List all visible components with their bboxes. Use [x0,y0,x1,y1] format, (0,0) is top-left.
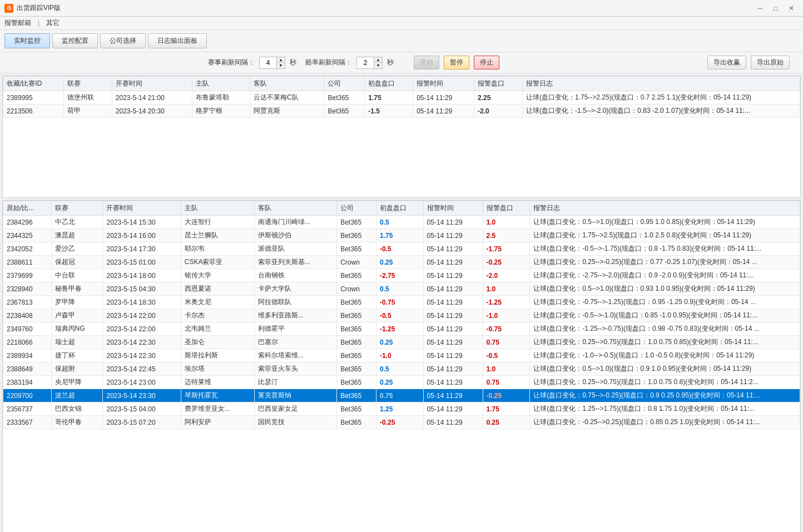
cell-company2: Bet365 [337,416,376,429]
menu-item-email[interactable]: 报警邮箱 [4,18,31,28]
upper-table: 收藏/比赛ID 联赛 开赛时间 主队 客队 公司 初盘盘口 报警时间 报警盘口 … [3,76,800,118]
menu-item-other[interactable]: 其它 [46,18,60,28]
odds-down[interactable]: ▼ [374,63,382,68]
title-bar-left: 出 出货跟踪VIP版 [4,3,61,13]
lower-table-row[interactable]: 2389934 捷丁杯 2023-5-14 22:30 斯塔拉利斯 索科尔塔索维… [3,349,800,362]
odds-input[interactable] [357,59,374,67]
export-win-button[interactable]: 导出收赢 [707,56,746,69]
cell-log2: 让球(盘口变化：1.25-->1.75)(现盘口：0.8 1.75 1.0)(变… [530,402,800,416]
cell-alert-odds2: -0.5 [483,349,530,362]
refresh-down[interactable]: ▼ [277,63,285,68]
cell-log2: 让球(盘口变化：1.75-->2.5)(现盘口：1.0 2.5 0.8)(变化时… [530,229,800,242]
refresh-up[interactable]: ▲ [277,57,285,63]
lower-table-row[interactable]: 2218066 瑞士超 2023-5-14 22:30 圣加仑 巴塞尔 Bet3… [3,336,800,349]
refresh-unit: 秒 [290,58,296,67]
lower-table-row[interactable]: 2344325 澳昆超 2023-5-14 16:00 昆士兰狮队 伊斯顿沙伯 … [3,229,800,242]
maximize-button[interactable]: □ [769,3,783,14]
cell-away2: 索菲亚火车头 [254,362,337,376]
cell-log2: 让球(盘口变化：0.5-->1.0)(现盘口：0.95 1.0 0.85)(变化… [530,216,800,229]
lower-table-row[interactable]: 2238408 卢森甲 2023-5-14 22:00 卡尔杰 维多利亚路斯..… [3,309,800,322]
cell-log2: 让球(盘口变化：0.25-->0.75)(现盘口：1.0 0.75 0.8)(变… [530,376,800,389]
cell-id2: 2218066 [3,336,52,349]
cell-company2: Crown [337,282,376,296]
cell-league2: 央尼甲降 [51,376,103,389]
cell-initial-odds2: 0.25 [376,376,423,389]
refresh-input[interactable] [260,59,276,67]
cell-time2: 2023-5-14 22:30 [103,349,181,362]
lower-table-row[interactable]: 2379699 中台联 2023-5-14 18:00 铭传大学 台南钢铁 Be… [3,269,800,282]
btn-company-select[interactable]: 公司选择 [100,33,146,48]
lower-table-row[interactable]: 2384296 中乙北 2023-5-14 15:30 大连智行 南通海门川崎绿… [3,216,800,229]
title-bar: 出 出货跟踪VIP版 ─ □ ✕ [0,0,803,17]
odds-spinner[interactable]: ▲ ▼ [356,57,383,69]
lower-table-row[interactable]: 2388611 保超冠 2023-5-15 01:00 CSKA索菲亚 索菲亚列… [3,256,800,269]
col-away2: 客队 [254,201,337,216]
cell-home2: 琴斯托霍瓦 [181,389,254,402]
export-orig-button[interactable]: 导出原始 [751,56,790,69]
cell-alert-time2: 05-14 11:29 [423,362,483,376]
cell-league2: 澳昆超 [51,229,103,242]
cell-league2: 保超冠 [51,256,103,269]
cell-time2: 2023-5-15 07:20 [103,416,181,429]
upper-table-row[interactable]: 2213506 荷甲 2023-5-14 20:30 格罗宁根 阿贾克斯 Bet… [3,105,800,118]
lower-table-row[interactable]: 2349760 瑞典丙NG 2023-5-14 22:00 北韦姆兰 利德霍平 … [3,322,800,336]
lower-table-row[interactable]: 2388649 保超附 2023-5-14 22:45 埃尔塔 索菲亚火车头 B… [3,362,800,376]
start-button[interactable]: 开始 [414,56,439,69]
lower-table-row[interactable]: 2328940 秘鲁甲春 2023-5-15 04:30 西恩夏诺 卡萨大学队 … [3,282,800,296]
lower-table-row[interactable]: 2209700 波兰超 2023-5-14 23:30 琴斯托霍瓦 莱克普斯纳 … [3,389,800,402]
col-id2: 原始/比... [3,201,52,216]
col-id: 收藏/比赛ID [3,77,64,91]
col-alert-time2: 报警时间 [423,201,483,216]
lower-table-header: 原始/比... 联赛 开赛时间 主队 客队 公司 初盘盘口 报警时间 报警盘口 … [3,201,800,216]
col-log: 报警日志 [522,77,800,91]
cell-away2: 派德亚队 [254,242,337,256]
cell-log: 让球(盘口变化：1.75-->2.25)(现盘口：0.7 2.25 1.1)(变… [522,91,800,105]
refresh-spinner[interactable]: ▲ ▼ [259,57,285,69]
cell-away2: 伊斯顿沙伯 [254,229,337,242]
cell-alert-odds2: 1.75 [483,402,530,416]
odds-up[interactable]: ▲ [374,57,382,63]
lower-table-row[interactable]: 2367813 罗甲降 2023-5-14 18:30 米奥文尼 阿拉德联队 B… [3,296,800,309]
cell-id: 2389995 [3,91,64,105]
lower-table-scroll[interactable]: 原始/比... 联赛 开赛时间 主队 客队 公司 初盘盘口 报警时间 报警盘口 … [3,201,800,532]
cell-away2: 巴西皇家女足 [254,402,337,416]
cell-alert-time2: 05-14 11:29 [423,416,483,429]
cell-league: 荷甲 [63,105,112,118]
lower-table-row[interactable]: 2356737 巴西女锦 2023-5-15 04:00 费罗维里亚女... 巴… [3,402,800,416]
cell-company2: Bet365 [337,242,376,256]
control-bar: 赛事刷新间隔： ▲ ▼ 秒 赔率刷新间隔： ▲ ▼ 秒 开始 暂停 停止 导出收… [0,52,803,73]
upper-table-row[interactable]: 2389995 德堡州联 2023-5-14 21:00 布鲁蒙塔勒 云达不莱梅… [3,91,800,105]
pause-button[interactable]: 暂停 [444,56,469,69]
col-alert-odds2: 报警盘口 [483,201,530,216]
cell-away2: 莱克普斯纳 [254,389,337,402]
lower-table-row[interactable]: 2342052 爱沙乙 2023-5-14 17:30 耶尔韦 派德亚队 Bet… [3,242,800,256]
cell-time2: 2023-5-15 04:00 [103,402,181,416]
lower-table-row[interactable]: 2333567 哥伦甲春 2023-5-15 07:20 阿利安萨 国民竞技 B… [3,416,800,429]
lower-table-row[interactable]: 2383194 央尼甲降 2023-5-14 23:00 迈特莱维 比瑟汀 Be… [3,376,800,389]
cell-time2: 2023-5-15 04:30 [103,282,181,296]
menu-bar: 报警邮箱 | 其它 [0,17,803,30]
cell-time2: 2023-5-14 17:30 [103,242,181,256]
cell-company2: Bet365 [337,349,376,362]
cell-company2: Bet365 [337,309,376,322]
cell-home2: 铭传大学 [181,269,254,282]
cell-alert-time2: 05-14 11:29 [423,269,483,282]
close-button[interactable]: ✕ [784,3,799,14]
cell-time2: 2023-5-14 22:00 [103,309,181,322]
cell-time2: 2023-5-14 22:45 [103,362,181,376]
btn-realtime-monitor[interactable]: 实时监控 [4,33,50,48]
cell-time2: 2023-5-14 18:30 [103,296,181,309]
cell-alert-time2: 05-14 11:29 [423,216,483,229]
cell-alert-time2: 05-14 11:29 [423,322,483,336]
cell-away2: 索菲亚列夫斯基... [254,256,337,269]
cell-time2: 2023-5-14 22:00 [103,322,181,336]
btn-log-panel[interactable]: 日志输出面板 [148,33,207,48]
stop-button[interactable]: 停止 [474,56,499,69]
cell-log2: 让球(盘口变化：0.25-->-0.25)(现盘口：0.77 -0.25 1.0… [530,256,800,269]
cell-alert-time2: 05-14 11:29 [423,296,483,309]
cell-initial-odds2: -0.5 [376,242,423,256]
cell-alert-time2: 05-14 11:29 [423,256,483,269]
cell-log2: 让球(盘口变化：-0.75-->-1.25)(现盘口：0.95 -1.25 0.… [530,296,800,309]
minimize-button[interactable]: ─ [753,3,767,14]
btn-monitor-config[interactable]: 监控配置 [52,33,98,48]
